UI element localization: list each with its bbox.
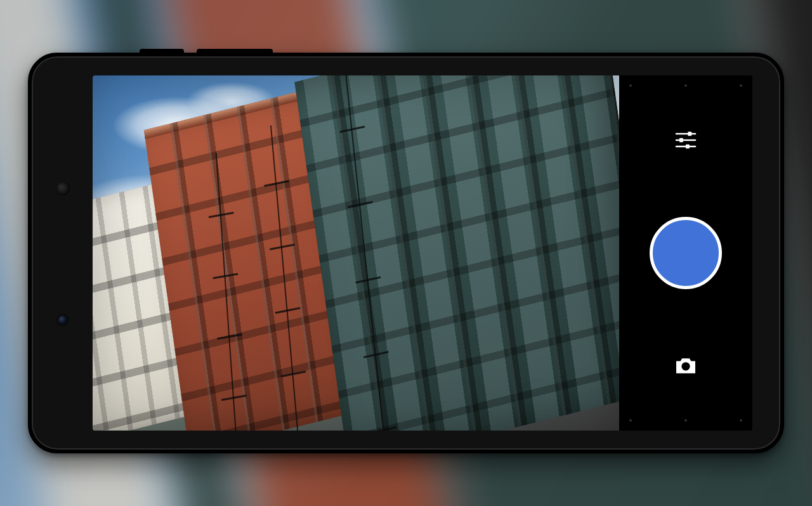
camera-controls-bar	[619, 75, 752, 431]
svg-rect-4	[679, 138, 683, 143]
camera-mode-button[interactable]	[667, 347, 705, 385]
sliders-icon	[673, 127, 698, 153]
svg-rect-3	[688, 132, 691, 136]
earpiece-speaker	[56, 181, 70, 195]
svg-rect-5	[686, 145, 690, 149]
viewfinder-scene	[93, 75, 619, 431]
camera-viewfinder[interactable]	[93, 75, 619, 431]
phone-frame	[28, 53, 784, 453]
volume-rocker	[197, 49, 273, 54]
svg-point-6	[683, 364, 688, 369]
camera-icon	[673, 353, 698, 379]
settings-button[interactable]	[667, 121, 705, 159]
phone-screen	[93, 75, 752, 431]
front-camera-lens	[58, 316, 67, 325]
shutter-button[interactable]	[650, 217, 722, 289]
power-button	[140, 49, 184, 54]
